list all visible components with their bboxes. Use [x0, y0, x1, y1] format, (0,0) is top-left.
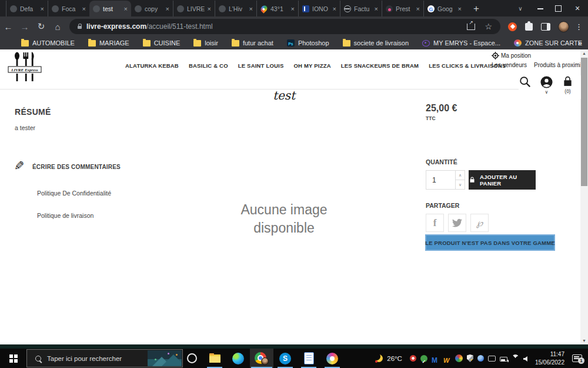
bookmark[interactable]: AUTOMOBILE	[21, 39, 75, 47]
bookmark[interactable]: MARIAGE	[88, 39, 129, 47]
add-to-cart-button[interactable]: AJOUTER AU PANIER	[469, 170, 536, 190]
taskbar-search-box[interactable]: Taper ici pour rechercher	[26, 349, 183, 367]
edge-button[interactable]	[226, 349, 250, 368]
bookmark[interactable]: ZONE SUR CARTE	[514, 39, 582, 47]
tab-close-icon[interactable]: ×	[291, 5, 295, 12]
facebook-share-button[interactable]: f	[426, 214, 444, 232]
browser-tab[interactable]: Factu ×	[340, 1, 382, 16]
extensions-puzzle-icon[interactable]	[525, 23, 533, 31]
scrollbar-thumb[interactable]	[581, 58, 587, 186]
bookmarks-overflow-icon[interactable]: »	[578, 39, 582, 47]
forward-button[interactable]: →	[16, 22, 33, 32]
nav-item[interactable]: LE SAINT LOUIS	[238, 62, 284, 69]
quantity-input[interactable]: 1	[426, 170, 456, 190]
search-button[interactable]	[519, 75, 532, 99]
bookmark[interactable]: CUISINE	[143, 39, 181, 47]
skype-button[interactable]	[273, 349, 297, 368]
back-button[interactable]: ←	[0, 22, 16, 32]
gamme-notice-button[interactable]: LE PRODUIT N'EST PAS DANS VOTRE GAMME	[425, 234, 555, 251]
cart-button[interactable]: (0)	[562, 75, 574, 99]
chrome-button[interactable]	[250, 349, 273, 368]
tab-close-icon[interactable]: ×	[416, 5, 420, 12]
minimize-button[interactable]	[532, 3, 549, 14]
browser-tab[interactable]: test ×	[89, 1, 131, 16]
policy-link[interactable]: Politique de livraison	[37, 212, 111, 219]
weather-widget-image[interactable]	[148, 350, 182, 366]
wifi-icon[interactable]	[512, 354, 519, 362]
tab-close-icon[interactable]: ×	[41, 5, 44, 12]
browser-tab[interactable]: LIVRE ×	[173, 1, 215, 16]
write-comments-link[interactable]: ÉCRIRE DES COMMENTAIRES	[32, 164, 121, 170]
browser-tab[interactable]: IONO ×	[298, 1, 340, 16]
nav-item[interactable]: ALATURKA KEBAB	[125, 62, 179, 69]
site-logo[interactable]: LIVRE Express	[7, 51, 42, 88]
side-panel-icon[interactable]	[541, 23, 550, 31]
bookmark[interactable]: futur achat	[232, 39, 273, 47]
page-scrollbar[interactable]: ▲ ▼	[580, 49, 588, 344]
browser-tab[interactable]: Goog ×	[423, 1, 465, 16]
browser-tab[interactable]: 43°1 ×	[256, 1, 298, 16]
quantity-down-icon[interactable]: ∨	[456, 180, 465, 190]
nav-item[interactable]: BASILIC & CO	[189, 62, 228, 69]
extension-orange-icon[interactable]	[508, 22, 517, 31]
m-app-icon[interactable]	[432, 354, 439, 362]
browser-tab[interactable]: L'Hiv ×	[215, 1, 256, 16]
tab-search-chevron-icon[interactable]: ∨	[509, 5, 532, 12]
tab-close-icon[interactable]: ×	[458, 5, 462, 12]
taskbar-clock[interactable]: 11:47 15/06/2022	[535, 350, 564, 366]
blue-pin-icon[interactable]	[477, 355, 484, 362]
nav-item[interactable]: LES SNACKEURS DE BRAM	[341, 62, 419, 69]
browser-tab[interactable]: Prest ×	[382, 1, 423, 16]
maximize-button[interactable]	[549, 3, 567, 14]
reload-button[interactable]: ↻	[33, 21, 49, 32]
profile-avatar[interactable]	[558, 21, 569, 32]
bookmark[interactable]: societe de livraison	[343, 39, 409, 47]
scroll-down-icon[interactable]: ▼	[580, 337, 588, 344]
security-shield-icon[interactable]	[467, 354, 473, 362]
tab-close-icon[interactable]: ×	[333, 5, 336, 12]
tab-close-icon[interactable]: ×	[375, 5, 378, 12]
les-vendeurs-link[interactable]: Les vendeurs	[492, 62, 527, 68]
browser-menu-icon[interactable]: ⋮	[575, 22, 583, 31]
bookmark[interactable]: Photoshop	[287, 39, 329, 47]
home-button[interactable]: ⌂	[49, 22, 66, 32]
color-swirl-icon[interactable]	[455, 354, 463, 362]
bookmark-star-icon[interactable]: ☆	[485, 22, 492, 31]
action-center-icon[interactable]: 1	[572, 354, 582, 362]
ma-position-link[interactable]: Ma position	[492, 52, 580, 59]
policy-link[interactable]: Politique De Confidentialité	[37, 190, 111, 197]
quantity-up-icon[interactable]: ∧	[456, 170, 465, 180]
power-icon[interactable]	[500, 357, 507, 362]
writer-button[interactable]	[297, 349, 320, 368]
account-button[interactable]: ∨	[540, 75, 553, 99]
twitter-share-button[interactable]	[448, 214, 466, 232]
browser-tab[interactable]: Defa ×	[6, 1, 48, 16]
w-app-icon[interactable]	[443, 354, 451, 362]
tab-close-icon[interactable]: ×	[249, 5, 253, 12]
start-button[interactable]	[0, 349, 26, 368]
tab-close-icon[interactable]: ×	[208, 5, 211, 12]
pinterest-share-button[interactable]: ℘	[470, 214, 489, 232]
antivirus-check-icon[interactable]	[420, 355, 427, 362]
paint-app-button[interactable]	[320, 349, 344, 368]
monitor-icon[interactable]	[488, 356, 496, 362]
browser-tab[interactable]: Foca ×	[48, 1, 89, 16]
red-status-icon[interactable]	[410, 355, 416, 362]
tab-close-icon[interactable]: ×	[166, 5, 169, 12]
cortana-button[interactable]	[183, 353, 201, 363]
produits-proximite-link[interactable]: Produits à proximité	[534, 62, 586, 68]
scroll-up-icon[interactable]: ▲	[580, 49, 588, 57]
close-button[interactable]: ×	[567, 4, 588, 13]
temperature-label[interactable]: 26°C	[387, 355, 402, 362]
bookmark[interactable]: MY EMRYS - Espace...	[422, 39, 500, 47]
bookmark[interactable]: loisir	[193, 39, 218, 47]
weather-moon-icon[interactable]	[375, 354, 383, 362]
new-tab-button[interactable]: +	[470, 3, 483, 15]
address-bar[interactable]: livre-express.com /accueil/511-test.html…	[69, 19, 500, 34]
share-icon[interactable]	[467, 24, 475, 30]
nav-item[interactable]: OH MY PIZZA	[293, 62, 330, 69]
volume-icon[interactable]	[523, 356, 527, 362]
tab-close-icon[interactable]: ×	[124, 5, 128, 12]
tab-close-icon[interactable]: ×	[82, 5, 86, 12]
file-explorer-button[interactable]	[203, 349, 226, 368]
